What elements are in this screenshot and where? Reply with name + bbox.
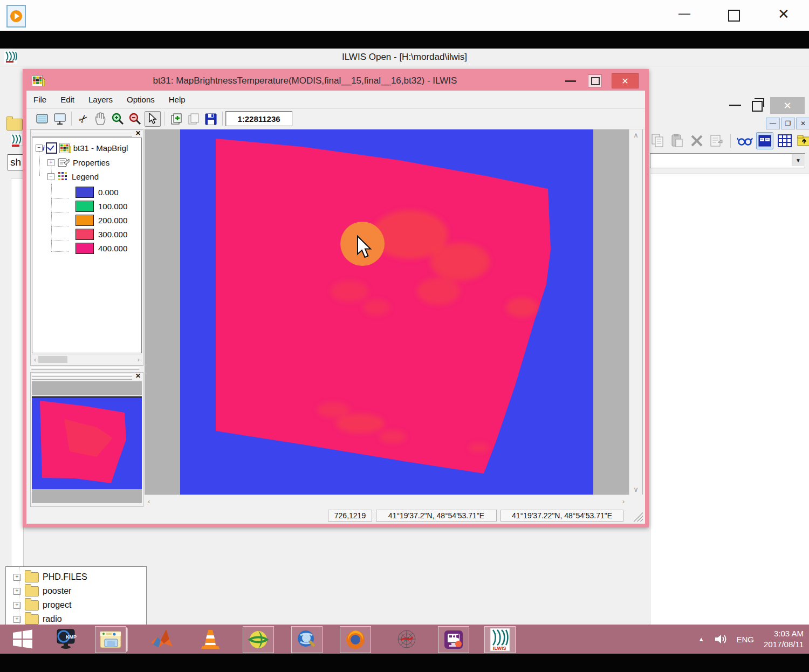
tree-panel-header[interactable]: ✕ <box>31 130 143 137</box>
expand-icon[interactable]: + <box>13 588 20 595</box>
menu-options[interactable]: Options <box>120 95 162 104</box>
map-vscrollbar[interactable]: ∧ ∨ <box>629 129 642 495</box>
collapse-icon[interactable]: − <box>47 173 54 180</box>
scale-input[interactable]: 1:22811236 <box>225 111 292 126</box>
folder-row[interactable]: +PHD.FILES <box>6 570 146 584</box>
taskbar-explorer[interactable] <box>95 626 126 653</box>
legend-entry[interactable]: 400.000 <box>76 243 127 254</box>
expand-icon[interactable]: + <box>47 159 54 166</box>
black-band-top <box>0 31 809 49</box>
tray-time: 3:03 AM <box>764 628 804 639</box>
copy-layer-icon[interactable] <box>186 112 201 126</box>
taskbar-ilwis[interactable]: ILWIS <box>484 626 516 653</box>
expand-icon[interactable]: + <box>13 602 20 609</box>
recorder-minimize-button[interactable]: — <box>678 8 690 19</box>
scroll-down-icon[interactable]: ∨ <box>629 484 642 495</box>
menu-layers[interactable]: Layers <box>81 95 120 104</box>
list-view-icon[interactable] <box>756 132 773 149</box>
chevron-down-icon[interactable]: ▼ <box>792 154 804 166</box>
clock[interactable]: 3:03 AM 2017/08/11 <box>764 628 804 650</box>
overview-minimap[interactable] <box>32 396 142 490</box>
close-icon[interactable]: ✕ <box>134 373 142 380</box>
select-arrow-icon[interactable] <box>145 111 161 127</box>
legend-entry[interactable]: 200.000 <box>76 215 127 226</box>
scroll-up-icon[interactable]: ∧ <box>629 129 642 140</box>
ilwis-small-icon[interactable] <box>11 134 23 148</box>
main-close-button[interactable]: ✕ <box>770 97 805 114</box>
menu-edit[interactable]: Edit <box>53 95 81 104</box>
resize-grip[interactable] <box>633 512 643 522</box>
volume-icon[interactable] <box>714 633 727 645</box>
taskbar-recorder[interactable] <box>438 626 469 653</box>
redraw-icon[interactable] <box>52 112 67 126</box>
legend-entry[interactable]: 300.000 <box>76 229 127 240</box>
mdi-restore-icon[interactable]: ❐ <box>781 118 795 129</box>
folder-up-icon[interactable] <box>796 133 809 149</box>
folder-row[interactable]: +progect <box>6 598 146 612</box>
scroll-left-icon[interactable]: ‹ <box>34 355 36 364</box>
taskbar-globe-app[interactable] <box>243 626 274 653</box>
close-icon[interactable]: ✕ <box>134 130 142 137</box>
properties-node-icon <box>58 157 70 167</box>
measure-icon[interactable]: ✂ <box>76 112 91 126</box>
catalog-combobox[interactable]: ▼ <box>650 153 805 168</box>
expand-icon[interactable]: + <box>13 574 20 581</box>
scroll-right-icon[interactable]: › <box>138 355 140 364</box>
tree-root-row[interactable]: − i bt31 - MapBrigl <box>36 142 128 154</box>
taskbar-web-app[interactable] <box>392 626 422 652</box>
recorder-maximize-button[interactable] <box>728 10 740 22</box>
entire-map-icon[interactable] <box>35 112 50 126</box>
zoom-in-icon[interactable] <box>110 112 125 126</box>
dock-splitter[interactable] <box>30 366 143 372</box>
taskbar-vlc[interactable] <box>195 626 225 652</box>
main-minimize-icon[interactable] <box>729 105 741 106</box>
delete-icon[interactable] <box>689 133 705 149</box>
tree-properties-row[interactable]: + Properties <box>47 157 109 167</box>
tree-hscrollbar[interactable]: ‹ › <box>32 354 142 364</box>
scroll-right-icon[interactable]: › <box>622 497 625 505</box>
pan-hand-icon[interactable] <box>93 112 108 126</box>
grid-view-icon[interactable] <box>777 133 793 149</box>
paste-icon[interactable] <box>669 133 685 149</box>
expand-icon[interactable]: + <box>13 616 20 623</box>
recorder-app-icon[interactable] <box>6 5 26 28</box>
legend-entry[interactable]: 100.000 <box>76 201 127 212</box>
taskbar-matlab[interactable] <box>147 626 177 652</box>
map-maximize-icon[interactable] <box>588 74 602 87</box>
taskbar-search-globe[interactable] <box>291 626 323 653</box>
main-restore-icon[interactable] <box>752 101 763 112</box>
firefox-icon <box>345 629 366 650</box>
map-close-button[interactable]: ✕ <box>612 73 639 88</box>
taskbar-firefox[interactable] <box>340 626 371 653</box>
collapse-icon[interactable]: − <box>36 145 43 152</box>
menu-help[interactable]: Help <box>162 95 193 104</box>
toolbar-folder-icon[interactable] <box>6 119 23 131</box>
map-viewport[interactable] <box>145 129 643 495</box>
scroll-left-icon[interactable]: ‹ <box>148 497 150 505</box>
zoom-out-icon[interactable] <box>127 112 142 126</box>
menu-file[interactable]: File <box>26 95 53 104</box>
language-indicator[interactable]: ENG <box>737 635 755 644</box>
copy-icon[interactable] <box>650 133 666 149</box>
left-pane <box>11 178 24 575</box>
properties-icon[interactable] <box>708 133 724 149</box>
add-layer-icon[interactable] <box>169 112 184 126</box>
recorder-close-button[interactable]: ✕ <box>778 7 790 21</box>
map-hscrollbar[interactable]: ‹ › <box>145 495 629 508</box>
scrollbar-thumb[interactable] <box>38 356 67 363</box>
save-icon[interactable] <box>203 112 218 126</box>
overview-panel-header[interactable]: ✕ <box>31 373 143 380</box>
glasses-icon[interactable] <box>737 133 753 149</box>
tree-legend-row[interactable]: − Legend <box>47 172 99 181</box>
taskbar-kmplayer[interactable]: KMP <box>51 626 81 652</box>
mdi-minimize-icon[interactable]: — <box>766 118 780 129</box>
folder-row[interactable]: +pooster <box>6 584 146 598</box>
folder-icon <box>25 614 39 625</box>
command-line-text: sh <box>10 156 21 168</box>
mdi-close-icon[interactable]: ✕ <box>796 118 809 129</box>
tray-chevron-icon[interactable]: ▲ <box>698 636 704 642</box>
map-minimize-icon[interactable] <box>565 80 576 82</box>
layer-checkbox[interactable] <box>46 142 57 154</box>
legend-entry[interactable]: 0.000 <box>76 187 119 198</box>
start-button[interactable] <box>8 626 38 652</box>
